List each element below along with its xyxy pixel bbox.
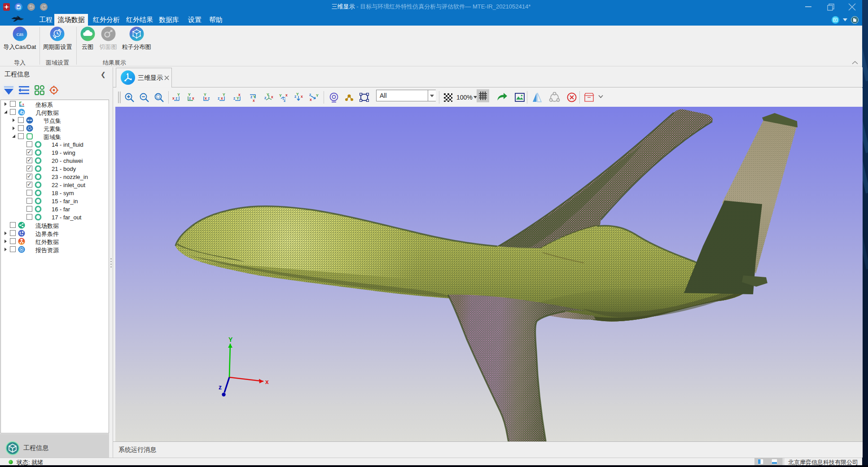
svg-text:x: x (22, 103, 24, 106)
svg-text:Y: Y (204, 92, 206, 97)
svg-text:x: x (253, 98, 255, 102)
svg-text:x: x (271, 95, 273, 99)
svg-text:x: x (310, 97, 312, 102)
svg-text:Y: Y (267, 92, 269, 97)
svg-text:Y: Y (316, 93, 319, 98)
svg-text:z: z (20, 104, 22, 106)
svg-text:Y: Y (296, 92, 299, 96)
svg-text:z: z (264, 96, 266, 100)
svg-text:Y: Y (228, 336, 233, 343)
svg-text:z: z (208, 96, 210, 100)
svg-text:z: z (309, 92, 311, 97)
svg-text:x: x (265, 378, 269, 385)
svg-text:Y: Y (177, 92, 180, 97)
svg-text:z: z (218, 96, 219, 100)
svg-text:Y: Y (20, 101, 22, 104)
svg-text:x: x (238, 92, 241, 97)
svg-text:x: x (172, 96, 175, 100)
svg-text:z: z (219, 384, 222, 391)
svg-text:z: z (250, 95, 252, 99)
svg-text:x: x (285, 93, 288, 97)
svg-text:z: z (233, 96, 235, 100)
svg-text:cas: cas (17, 31, 24, 37)
svg-text:x: x (192, 96, 194, 100)
svg-text:Y: Y (188, 92, 191, 97)
svg-text:z: z (284, 98, 285, 102)
svg-text:x: x (301, 94, 303, 99)
svg-text:Y: Y (279, 93, 282, 98)
svg-text:Y: Y (223, 92, 225, 97)
